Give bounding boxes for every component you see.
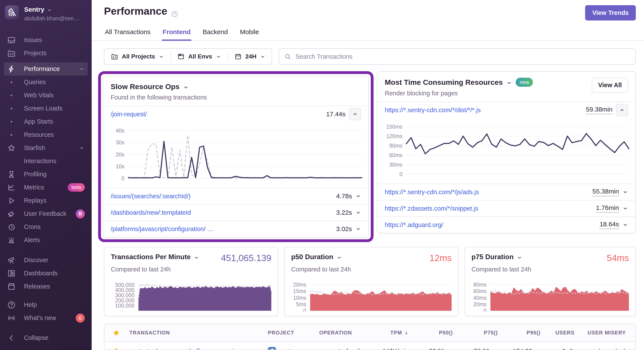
stat-title[interactable]: p50 Duration [291,253,342,261]
column-header-project[interactable]: PROJECT [266,330,318,336]
svg-text:30ms: 30ms [389,162,402,168]
svg-text:20ms: 20ms [474,301,486,307]
sidebar-item-metrics[interactable]: Metricsbeta [4,181,88,194]
org-name: Sentry [24,6,44,13]
column-header-users[interactable]: USERS [542,330,576,336]
slow-resource-rows: /join-request/ 17.44s 40s30s20s10s0 /iss… [103,106,368,237]
star-icon [112,329,120,336]
sidebar-item-alerts[interactable]: Alerts [4,233,88,247]
table-row: sentry.tasks.process_buffer.process_incr… [104,342,635,350]
sidebar-item-app-starts[interactable]: App Starts [4,115,88,128]
sidebar-item-crons[interactable]: Crons [4,220,88,233]
transaction-link[interactable]: sentry.tasks.process_buffer.process_incr [130,348,265,350]
bullet-icon [7,117,16,126]
sidebar-item-queries[interactable]: Queries [4,76,88,89]
transaction-link[interactable]: https://*.adguard.org/ [385,221,443,228]
tpm-card: Transactions Per Minute 451,065.139 Comp… [104,247,278,316]
project-link[interactable]: sentry [268,347,316,350]
star-cell[interactable] [111,347,121,350]
view-trends-button[interactable]: View Trends [585,5,636,21]
sidebar-item-collapse[interactable]: Collapse [4,331,88,344]
sidebar-item-whats-new[interactable]: What's new6 [4,311,88,324]
calendar-icon [234,53,242,60]
sidebar-item-help[interactable]: Help [4,298,88,311]
metrics-badge: beta [68,183,85,192]
sidebar-item-discover[interactable]: Discover [4,253,88,267]
search-input[interactable] [295,53,630,61]
sidebar-item-resources[interactable]: Resources [4,128,88,141]
transaction-link[interactable]: /issues/(searches/:searchId/) [111,193,191,200]
slow-resource-ops-highlight: Slow Resource Ops Found in the following… [98,71,374,242]
transaction-link[interactable]: /platforms/javascript/configuration/ … [111,225,214,233]
p50-chart: 20ms15ms10ms5ms0 [291,281,452,311]
chevron-down-icon[interactable] [622,206,628,211]
sidebar-item-user-feedback[interactable]: User FeedbackB [4,207,88,220]
view-all-button[interactable]: View All [592,78,628,93]
transaction-link[interactable]: https://*.sentry-cdn.com/*/dist/*/*.js [385,107,481,114]
transaction-link[interactable]: /dashboards/new/:templateId [111,209,191,216]
column-header-transaction[interactable]: TRANSACTION [128,330,266,336]
column-header-p95[interactable]: P95() [499,330,542,336]
column-header-p50[interactable]: P50() [410,330,454,336]
svg-text:60ms: 60ms [389,152,402,158]
stat-value: 451,065.139 [221,253,271,263]
sidebar-item-label: Dashboards [24,270,58,277]
transaction-link[interactable]: /join-request/ [111,111,147,118]
sidebar-item-performance[interactable]: Performance [4,62,88,76]
tab-mobile[interactable]: Mobile [239,26,260,40]
sidebar-item-interactions[interactable]: Interactions [4,155,88,168]
projects-icon [7,49,16,58]
svg-text:100,000: 100,000 [115,302,134,308]
help-icon[interactable] [171,8,178,16]
main-content: Performance View Trends All Transactions… [92,0,644,350]
collapse-button[interactable] [616,104,628,116]
svg-text:150ms: 150ms [386,124,402,130]
widget-title[interactable]: Most Time Consuming Resources new [385,78,533,87]
transaction-link[interactable]: https://*.zdassets.com/*/snippet.js [385,205,478,212]
metrics-icon [7,183,16,192]
sidebar-item-web-vitals[interactable]: Web Vitals [4,89,88,102]
org-switcher[interactable]: Sentry abdullah.khan@sen… [0,6,92,22]
user-misery-cell: (no value) [576,348,635,350]
sidebar-item-dashboards[interactable]: Dashboards [4,267,88,280]
environments-filter[interactable]: All Envs [171,49,227,64]
resource-row: https://*.sentry-cdn.com/*/dist/*/*.js 5… [378,102,635,118]
star-column-header[interactable] [104,329,128,336]
sidebar-item-screen-loads[interactable]: Screen Loads [4,102,88,115]
chevron-down-icon [517,254,522,260]
date-range-filter[interactable]: 24H [228,49,272,64]
whatsnew-icon [7,314,16,322]
projects-filter[interactable]: All Projects [104,49,170,64]
sidebar-item-issues[interactable]: Issues [4,34,88,47]
sidebar-item-projects[interactable]: Projects [4,47,88,60]
sidebar-item-profiling[interactable]: Profiling [4,168,88,181]
bullet-icon [7,91,16,100]
chevron-down-icon[interactable] [622,222,628,228]
tab-all-transactions[interactable]: All Transactions [104,26,152,40]
resource-row: /platforms/javascript/configuration/ … 3… [103,220,368,237]
sidebar-item-releases[interactable]: Releases [4,280,88,293]
sidebar-item-replays[interactable]: Replays [4,194,88,207]
column-header-misery[interactable]: USER MISERY [576,330,635,336]
sentry-logo [5,6,19,19]
chevron-down-icon[interactable] [356,193,361,199]
chevron-down-icon[interactable] [356,210,361,215]
column-header-p75[interactable]: P75() [454,330,499,336]
resource-row: /join-request/ 17.44s [103,106,368,122]
stat-title[interactable]: p75 Duration [472,253,522,261]
sidebar-item-starfish[interactable]: Starfish [4,141,88,155]
profiling-icon [7,170,16,179]
collapse-button[interactable] [349,108,361,120]
column-header-operation[interactable]: OPERATION [318,330,366,336]
user-email: abdullah.khan@sen… [24,15,79,22]
stat-title[interactable]: Transactions Per Minute [111,253,199,261]
transaction-link[interactable]: https://*.sentry-cdn.com/*/js/ads.js [385,189,479,196]
tab-backend[interactable]: Backend [202,26,229,40]
chevron-down-icon[interactable] [622,189,628,195]
svg-text:60ms: 60ms [474,288,486,294]
column-header-tpm[interactable]: TPM [366,330,410,336]
tab-frontend[interactable]: Frontend [162,26,192,40]
widget-title[interactable]: Slow Resource Ops [111,82,207,91]
chevron-down-icon[interactable] [356,226,361,232]
sidebar-item-label: What's new [24,314,56,321]
